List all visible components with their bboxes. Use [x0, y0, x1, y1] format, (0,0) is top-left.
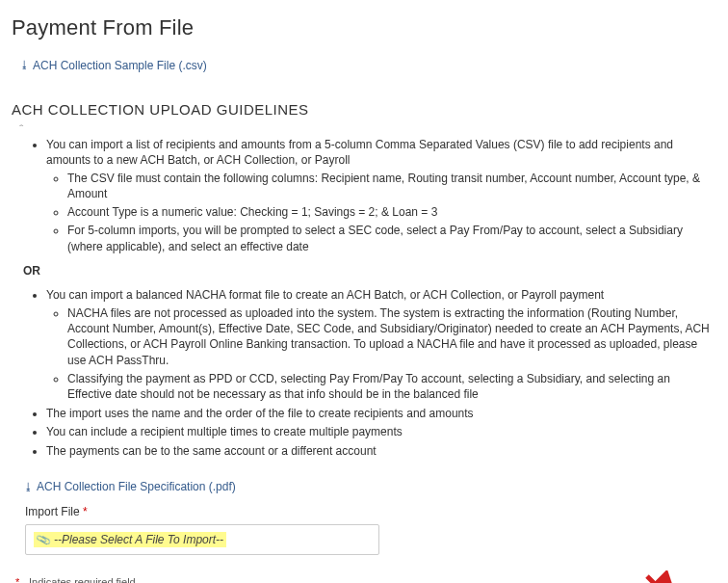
list-item-text: You can import a list of recipients and …	[46, 138, 673, 167]
required-footnote-text: - Indicates required field	[19, 576, 135, 583]
list-item-text: You can import a balanced NACHA format f…	[46, 288, 604, 302]
collapse-caret-icon[interactable]: ⌃	[17, 123, 25, 130]
guidelines-list-1: You can import a list of recipients and …	[46, 137, 716, 254]
or-separator: OR	[23, 264, 716, 278]
required-star: *	[83, 505, 88, 518]
download-icon: ⭳	[19, 60, 28, 70]
list-item: You can import a list of recipients and …	[46, 137, 716, 254]
list-item: You can include a recipient multiple tim…	[46, 424, 716, 439]
list-item: For 5-column imports, you will be prompt…	[67, 223, 716, 253]
paperclip-icon: 📎	[35, 532, 52, 548]
spec-file-link[interactable]: ⭳ ACH Collection File Specification (.pd…	[23, 480, 236, 493]
list-item: Account Type is a numeric value: Checkin…	[67, 204, 716, 220]
list-item: The payments can be to the same account …	[46, 443, 716, 459]
sample-file-link[interactable]: ⭳ ACH Collection Sample File (.csv)	[19, 59, 207, 72]
list-item: The CSV file must contain the following …	[67, 171, 716, 201]
sample-file-link-label: ACH Collection Sample File (.csv)	[33, 59, 207, 72]
guidelines-sublist: NACHA files are not processed as uploade…	[67, 305, 716, 402]
page-title: Payment From File	[12, 15, 716, 40]
file-picker-placeholder: --Please Select A File To Import--	[54, 533, 223, 546]
list-item: The import uses the name and the order o…	[46, 406, 716, 421]
import-file-picker[interactable]: 📎 --Please Select A File To Import--	[25, 524, 379, 555]
guidelines-heading: ACH COLLECTION UPLOAD GUIDELINES	[12, 101, 716, 118]
import-file-label: Import File *	[25, 505, 716, 518]
required-footnote: * - Indicates required field	[15, 576, 716, 583]
spec-file-link-label: ACH Collection File Specification (.pdf)	[37, 480, 236, 493]
list-item: NACHA files are not processed as uploade…	[67, 305, 716, 368]
list-item: You can import a balanced NACHA format f…	[46, 287, 716, 402]
guidelines-list-2: You can import a balanced NACHA format f…	[46, 287, 716, 459]
import-file-label-text: Import File	[25, 505, 80, 518]
list-item: Classifying the payment as PPD or CCD, s…	[67, 371, 716, 402]
file-picker-placeholder-wrap: 📎 --Please Select A File To Import--	[34, 532, 226, 547]
guidelines-sublist: The CSV file must contain the following …	[67, 171, 716, 254]
download-icon: ⭳	[23, 482, 32, 492]
